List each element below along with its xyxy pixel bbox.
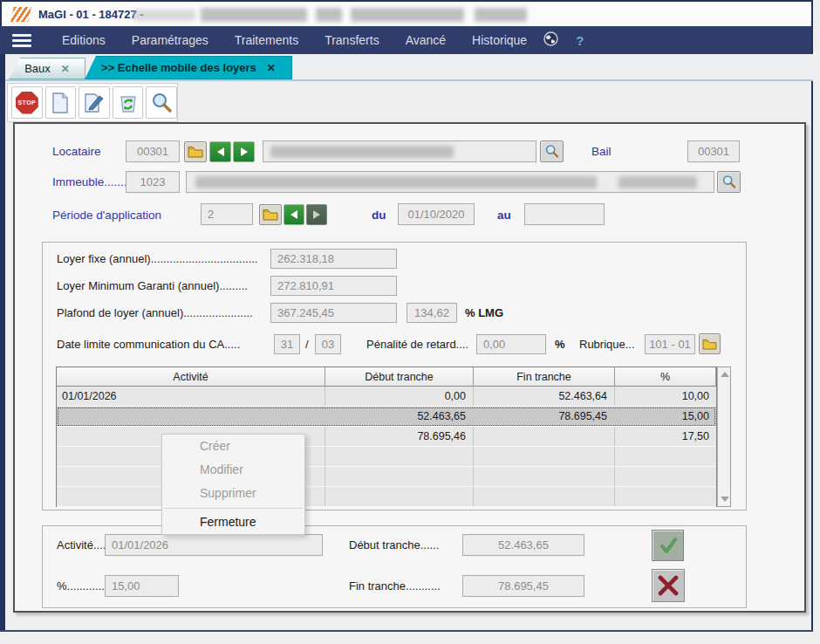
edit-record-button[interactable] bbox=[79, 86, 110, 119]
periode-field[interactable]: 2 bbox=[201, 203, 253, 225]
locataire-name-field[interactable] bbox=[263, 140, 536, 162]
scroll-up-icon[interactable] bbox=[721, 372, 729, 377]
periode-prev-button[interactable] bbox=[284, 204, 304, 225]
cell-fin bbox=[474, 447, 615, 466]
tranches-table: Activité Début tranche Fin tranche % 01/… bbox=[56, 367, 717, 507]
plafond-pct-field[interactable]: 134,62 bbox=[407, 303, 457, 323]
context-menu-supprimer[interactable]: Supprimer bbox=[162, 482, 304, 505]
lmg-field[interactable]: 272.810,91 bbox=[270, 276, 397, 296]
window-left-border bbox=[0, 54, 5, 630]
new-record-button[interactable] bbox=[45, 86, 77, 119]
table-row-selected[interactable]: 52.463,65 78.695,45 15,00 bbox=[57, 407, 716, 427]
locataire-prev-button[interactable] bbox=[209, 141, 231, 162]
context-menu-fermeture[interactable]: Fermeture bbox=[162, 510, 304, 534]
table-scrollbar[interactable] bbox=[717, 367, 731, 507]
new-document-icon bbox=[50, 92, 71, 114]
cell-debut bbox=[325, 447, 474, 466]
plafond-field[interactable]: 367.245,45 bbox=[270, 303, 397, 323]
date-limite-day-field[interactable]: 31 bbox=[274, 334, 300, 354]
scroll-down-icon[interactable] bbox=[721, 497, 729, 502]
context-menu-creer[interactable]: Créer bbox=[162, 435, 304, 458]
editor-fin-label: Fin tranche........... bbox=[349, 579, 441, 593]
cell-debut bbox=[325, 467, 474, 486]
rubrique-label: Rubrique... bbox=[579, 338, 635, 351]
tab-echelle-label: >> Echelle mobile des loyers bbox=[101, 61, 256, 74]
menu-historique[interactable]: Historique bbox=[459, 26, 540, 54]
column-header-pct[interactable]: % bbox=[615, 367, 716, 386]
immeuble-label: Immeuble........ bbox=[52, 175, 130, 188]
tab-baux[interactable]: Baux ✕ bbox=[9, 58, 85, 79]
hamburger-menu-icon[interactable] bbox=[12, 34, 31, 47]
table-row[interactable] bbox=[57, 447, 716, 467]
rubrique-field[interactable]: 101 - 01 bbox=[645, 334, 695, 354]
tab-baux-close-icon[interactable]: ✕ bbox=[61, 63, 70, 75]
menu-editions[interactable]: Editions bbox=[49, 26, 119, 54]
redacted-text bbox=[201, 8, 307, 22]
redacted-text bbox=[270, 146, 454, 158]
tab-echelle-close-icon[interactable]: ✕ bbox=[267, 62, 276, 74]
date-limite-label: Date limite communication du CA..... bbox=[57, 338, 240, 351]
editor-pct-field[interactable]: 15,00 bbox=[105, 575, 179, 597]
date-limite-month-field[interactable]: 03 bbox=[315, 334, 341, 354]
menu-traitements[interactable]: Traitements bbox=[222, 26, 311, 54]
menu-avance[interactable]: Avancé bbox=[393, 26, 459, 54]
locataire-search-button[interactable] bbox=[540, 140, 564, 162]
table-row[interactable] bbox=[57, 487, 716, 507]
immeuble-search-button[interactable] bbox=[717, 171, 741, 193]
cell-fin: 52.463,64 bbox=[474, 387, 615, 406]
refresh-button[interactable] bbox=[113, 86, 144, 119]
tab-baux-label: Baux bbox=[24, 62, 51, 75]
cross-icon bbox=[656, 573, 680, 598]
search-button[interactable] bbox=[146, 86, 177, 119]
cancel-button[interactable] bbox=[652, 569, 685, 602]
stop-button[interactable]: STOP bbox=[11, 86, 43, 119]
periode-open-button[interactable] bbox=[259, 204, 282, 225]
column-header-debut-tranche[interactable]: Début tranche bbox=[325, 367, 474, 386]
date-du-field[interactable]: 01/10/2020 bbox=[398, 203, 475, 225]
locataire-open-button[interactable] bbox=[184, 141, 207, 162]
rubrique-open-button[interactable] bbox=[699, 333, 721, 354]
tab-echelle-mobile[interactable]: >> Echelle mobile des loyers ✕ bbox=[85, 56, 292, 79]
penalite-field[interactable]: 0,00 bbox=[476, 334, 546, 354]
column-header-fin-tranche[interactable]: Fin tranche bbox=[474, 367, 615, 386]
globe-icon[interactable] bbox=[543, 31, 558, 50]
cell-pct: 10,00 bbox=[615, 387, 716, 406]
editor-debut-label: Début tranche...... bbox=[349, 538, 439, 552]
plafond-label: Plafond de loyer (annuel)...............… bbox=[57, 306, 253, 319]
editor-activite-field[interactable]: 01/01/2026 bbox=[105, 534, 323, 556]
menu-parametrages[interactable]: Paramétrages bbox=[119, 26, 222, 54]
table-row[interactable] bbox=[57, 467, 716, 487]
context-menu-modifier[interactable]: Modifier bbox=[162, 458, 304, 482]
arrow-right-icon bbox=[241, 147, 248, 156]
redacted-text bbox=[133, 10, 195, 21]
du-label: du bbox=[372, 209, 386, 222]
menu-transferts[interactable]: Transferts bbox=[311, 26, 393, 54]
immeuble-field[interactable]: 1023 bbox=[126, 171, 180, 193]
periode-next-button[interactable] bbox=[306, 204, 327, 225]
cell-fin bbox=[474, 487, 615, 506]
table-row[interactable]: 78.695,46 17,50 bbox=[57, 427, 716, 447]
toolbar: STOP bbox=[7, 83, 178, 122]
arrow-right-icon bbox=[313, 210, 320, 219]
bail-field[interactable]: 00301 bbox=[687, 140, 740, 162]
search-icon bbox=[150, 92, 173, 114]
editor-fin-field[interactable]: 78.695,45 bbox=[462, 575, 584, 597]
title-bar[interactable]: MaGI - 01 - 184727 - bbox=[0, 0, 813, 26]
validate-button[interactable] bbox=[652, 530, 684, 561]
loyer-fixe-field[interactable]: 262.318,18 bbox=[270, 249, 397, 269]
table-row[interactable]: 01/01/2026 0,00 52.463,64 10,00 bbox=[57, 387, 716, 407]
locataire-next-button[interactable] bbox=[233, 141, 255, 162]
immeuble-name-field[interactable] bbox=[186, 171, 714, 193]
cell-activite: 01/01/2026 bbox=[57, 387, 325, 406]
redacted-text bbox=[618, 176, 697, 188]
editor-debut-field[interactable]: 52.463,65 bbox=[462, 534, 584, 556]
window-right-border bbox=[811, 0, 813, 632]
cell-debut: 0,00 bbox=[325, 387, 474, 406]
menu-bar: Editions Paramétrages Traitements Transf… bbox=[0, 26, 813, 54]
column-header-activite[interactable]: Activité bbox=[57, 367, 325, 386]
date-au-field[interactable] bbox=[524, 203, 605, 225]
help-menu[interactable]: ? bbox=[576, 33, 584, 48]
refresh-icon bbox=[117, 92, 140, 114]
redacted-text bbox=[475, 8, 527, 22]
locataire-field[interactable]: 00301 bbox=[126, 140, 180, 162]
